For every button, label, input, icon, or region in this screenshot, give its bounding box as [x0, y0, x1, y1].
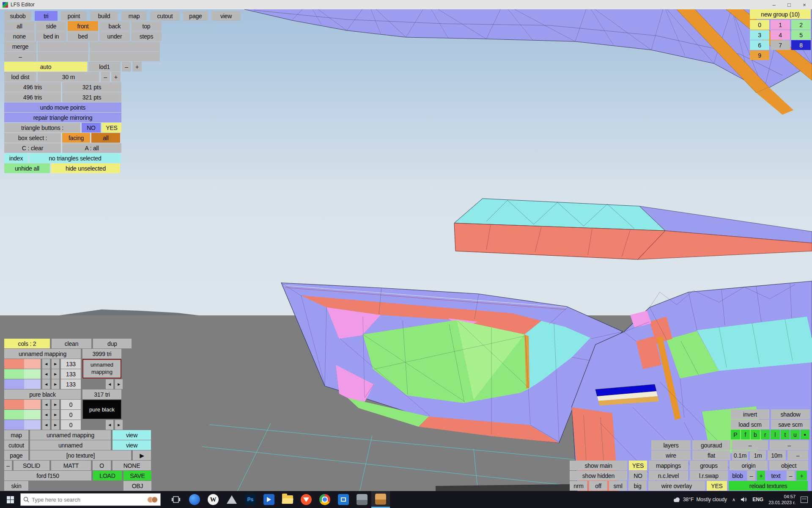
group-5[interactable]: 5	[791, 30, 811, 40]
page-texture-value[interactable]: [no texture]	[30, 450, 131, 460]
next-arrow-button[interactable]: ►	[52, 410, 59, 420]
proj-l-button[interactable]: l	[771, 430, 780, 439]
speaker-icon[interactable]	[741, 497, 747, 502]
black-value[interactable]: 0	[61, 400, 81, 409]
next-arrow-button[interactable]: ►	[52, 369, 59, 379]
prev-arrow-button[interactable]: ◄	[42, 420, 50, 430]
unhide-all-button[interactable]: unhide all	[4, 163, 50, 173]
section-bed-button[interactable]: bed	[68, 31, 98, 41]
cols-button[interactable]: cols : 2	[4, 339, 50, 348]
blob-button[interactable]: blob	[730, 471, 746, 480]
view-front-button[interactable]: front	[68, 21, 98, 31]
menu-page[interactable]: page	[183, 11, 208, 21]
section-none-button[interactable]: none	[4, 31, 35, 41]
repair-triangle-mirroring-button[interactable]: repair triangle mirroring	[4, 113, 121, 122]
mapping-name[interactable]: unnamed mapping	[4, 349, 81, 359]
color-swatch[interactable]	[4, 400, 41, 409]
color-swatch[interactable]	[4, 379, 41, 389]
group-7[interactable]: 7	[771, 40, 790, 50]
matt-button[interactable]: MATT	[51, 461, 91, 470]
wire-overlay-toggle[interactable]: YES	[707, 481, 727, 491]
blob-minus-button[interactable]: –	[747, 471, 755, 480]
browser-circle-icon[interactable]	[185, 491, 204, 508]
section-steps-button[interactable]: steps	[131, 31, 162, 41]
view-back-button[interactable]: back	[99, 21, 130, 31]
next-arrow-button[interactable]: ►	[52, 400, 59, 409]
proj-p-button[interactable]: P	[731, 430, 740, 439]
group-6[interactable]: 6	[750, 40, 769, 50]
obj-button[interactable]: OBJ	[123, 481, 151, 491]
prev-arrow-button[interactable]: ◄	[42, 369, 50, 379]
brave-icon[interactable]	[297, 491, 315, 508]
black-value[interactable]: 0	[61, 420, 81, 430]
load-scm-button[interactable]: load scm	[731, 420, 769, 429]
close-button[interactable]: ×	[797, 0, 812, 9]
hide-unselected-button[interactable]: hide unselected	[51, 163, 120, 173]
save-button[interactable]: SAVE	[123, 471, 151, 480]
next-arrow-button[interactable]: ►	[52, 359, 59, 369]
sml-button[interactable]: sml	[609, 481, 627, 491]
start-button[interactable]	[0, 491, 20, 508]
nc-level-button[interactable]: n.c.level	[649, 471, 688, 480]
view-all-button[interactable]: all	[4, 21, 35, 31]
wikipedia-icon[interactable]: W	[204, 491, 222, 508]
dist-01m-button[interactable]: 0.1m	[732, 450, 748, 460]
clear-selection-button[interactable]: C : clear	[4, 143, 61, 153]
task-view-button[interactable]	[167, 491, 185, 508]
cutout-view-button[interactable]: view	[112, 440, 151, 450]
black-next-button[interactable]: ►	[115, 420, 123, 430]
prev-arrow-button[interactable]: ◄	[42, 410, 50, 420]
mapping-value[interactable]: 133	[61, 359, 81, 369]
lod-minus-button[interactable]: –	[122, 62, 131, 72]
none-button[interactable]: NONE	[112, 461, 151, 470]
search-input[interactable]	[32, 497, 133, 503]
nrm-button[interactable]: nrm	[570, 481, 587, 491]
wire-button[interactable]: wire	[651, 450, 691, 460]
proj-f-button[interactable]: f	[741, 430, 750, 439]
undo-move-points-button[interactable]: undo move points	[4, 102, 121, 112]
lod-dist-minus-button[interactable]: –	[101, 72, 110, 82]
text-plus-button[interactable]: +	[796, 471, 807, 480]
origin-button[interactable]: origin	[730, 461, 768, 470]
black-value[interactable]: 0	[61, 410, 81, 420]
triangle-app-icon[interactable]	[222, 491, 241, 508]
dist-10m-button[interactable]: 10m	[768, 450, 786, 460]
mapping-box[interactable]: unnamed mapping	[82, 359, 121, 378]
box-select-all[interactable]: all	[91, 133, 120, 143]
index-button[interactable]: index	[4, 153, 28, 163]
groups-button[interactable]: groups	[690, 461, 728, 470]
group-8-selected[interactable]: 8	[791, 40, 811, 50]
chrome-icon[interactable]	[315, 491, 334, 508]
mapping-prev-button[interactable]: ◄	[106, 379, 113, 389]
clock[interactable]: 04:57 23.01.2023 г.	[768, 494, 796, 505]
black-box[interactable]: pure black	[82, 400, 121, 419]
mappings-button[interactable]: mappings	[649, 461, 688, 470]
gouraud-button[interactable]: gouraud	[692, 440, 730, 450]
black-prev-button[interactable]: ◄	[106, 420, 113, 430]
menu-subob[interactable]: subob	[4, 11, 31, 21]
color-swatch[interactable]	[4, 369, 41, 379]
menu-view[interactable]: view	[211, 11, 241, 21]
empty-cell[interactable]	[38, 41, 88, 51]
mapping-value[interactable]: 133	[61, 379, 81, 389]
dash-button[interactable]: –	[732, 440, 768, 450]
cutout-value[interactable]: unnamed	[30, 440, 111, 450]
object-button[interactable]: object	[769, 461, 808, 470]
triangle-buttons-no[interactable]: NO	[82, 123, 101, 133]
section-under-button[interactable]: under	[99, 31, 130, 41]
lr-swap-button[interactable]: l.r.swap	[690, 471, 728, 480]
blue-tool-icon[interactable]	[334, 491, 353, 508]
reload-textures-button[interactable]: reload textures	[729, 481, 808, 491]
page-next-button[interactable]: ▶	[133, 450, 151, 460]
color-swatch[interactable]	[4, 359, 41, 369]
dist-1m-button[interactable]: 1m	[750, 450, 766, 460]
shadow-button[interactable]: shadow	[771, 409, 810, 419]
menu-build[interactable]: build	[90, 11, 118, 21]
section-bed-in-button[interactable]: bed in	[36, 31, 66, 41]
clean-button[interactable]: clean	[52, 339, 91, 348]
text-button[interactable]: text	[767, 471, 785, 480]
dash-button[interactable]: –	[787, 450, 808, 460]
prev-arrow-button[interactable]: ◄	[42, 379, 50, 389]
empty-cell[interactable]	[90, 52, 160, 61]
media-app-icon[interactable]	[260, 491, 278, 508]
